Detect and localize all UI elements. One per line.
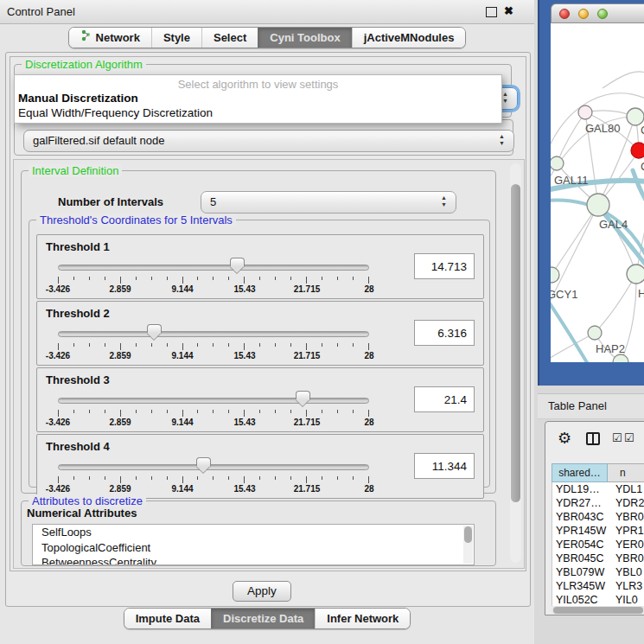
threshold-3-value-field[interactable]: 21.4 <box>414 386 475 412</box>
slider-thumb[interactable] <box>296 391 310 408</box>
tab-style[interactable]: Style <box>151 28 201 48</box>
split-columns-icon[interactable] <box>586 432 600 445</box>
network-node-selected-red[interactable] <box>631 143 644 158</box>
list-item[interactable]: TopologicalCoefficient <box>33 540 474 556</box>
threshold-4-value-field[interactable]: 11.344 <box>414 453 475 479</box>
table-row[interactable]: YBL079WYBL0 <box>552 565 644 579</box>
node-label-gal80: GAL80 <box>585 122 620 135</box>
network-view-window: GAL80 G C GAL11 GAL4 GCY1 H HAP2 <box>538 0 644 386</box>
slider-axis-labels: -3.426 2.859 9.144 15.43 21.715 28 <box>58 418 369 429</box>
threshold-1-value-field[interactable]: 14.713 <box>414 253 475 279</box>
slider-track[interactable] <box>58 464 369 470</box>
table-panel-titlebar: Table Panel <box>538 393 644 419</box>
float-window-icon[interactable] <box>486 7 497 17</box>
table-row[interactable]: YER054CYER0 <box>552 538 644 552</box>
table-row[interactable]: YBR045CYBR0 <box>552 552 644 565</box>
node-label-gal4: GAL4 <box>599 218 628 231</box>
table-data-combo[interactable]: galFiltered.sif default node ▲▼ <box>23 130 514 152</box>
slider-track[interactable] <box>58 398 369 404</box>
list-item[interactable]: BetweennessCentrality <box>33 555 474 565</box>
slider-track[interactable] <box>58 265 369 271</box>
table-horizontal-scrollbar-thumb[interactable] <box>553 607 643 614</box>
slider-axis-labels: -3.426 2.859 9.144 15.43 21.715 28 <box>58 284 369 296</box>
threshold-3-slider[interactable] <box>58 391 369 410</box>
table-panel-window: ⚙ ☑ ☑ shared… n YDL19…YDL1 YDR27…YDR2 YB… <box>545 421 644 615</box>
threshold-2-label: Threshold 2 <box>46 307 110 320</box>
tab-jactivemnodules[interactable]: jActiveMNodules <box>352 28 466 48</box>
discretize-settings-panel: Discretization Algorithm ▲▼ Select algor… <box>10 56 526 571</box>
screenshot-root: Control Panel ✖ Network Style Select Cyn… <box>0 0 644 644</box>
apply-button[interactable]: Apply <box>233 581 291 602</box>
network-node[interactable] <box>613 354 628 362</box>
network-node[interactable] <box>587 194 609 216</box>
thresholds-group-title: Threshold's Coordinates for 5 Intervals <box>36 214 236 226</box>
numerical-attributes-list[interactable]: SelfLoops TopologicalCoefficient Between… <box>32 524 475 565</box>
tab-select[interactable]: Select <box>201 28 258 48</box>
settings-scrollbar-thumb[interactable] <box>511 184 520 502</box>
tab-cyni-toolbox[interactable]: Cyni Toolbox <box>258 28 351 48</box>
column-header-name[interactable]: n <box>608 463 644 482</box>
list-item[interactable]: SelfLoops <box>33 525 474 540</box>
threshold-4-panel: Threshold 4 -3.426 2.859 9.144 <box>36 434 484 499</box>
threshold-1-slider[interactable] <box>58 258 369 277</box>
tab-impute-data[interactable]: Impute Data <box>124 609 211 628</box>
slider-ticks <box>58 343 369 351</box>
checked-checkbox-icon[interactable]: ☑ <box>624 431 634 444</box>
column-header-shared[interactable]: shared… <box>552 463 608 482</box>
table-horizontal-scrollbar[interactable] <box>552 606 644 615</box>
threshold-2-value-field[interactable]: 6.316 <box>414 320 475 346</box>
attributes-scrollbar-thumb[interactable] <box>464 526 472 543</box>
interval-definition-group: Interval Definition Number of Intervals … <box>21 170 496 494</box>
network-node[interactable] <box>578 105 592 119</box>
table-row[interactable]: YBR043CYBR0 <box>552 510 644 524</box>
tab-network-label: Network <box>96 28 140 48</box>
threshold-1-panel: Threshold 1 -3.426 2.859 9.144 <box>36 234 484 299</box>
tab-infer-network[interactable]: Infer Network <box>315 609 410 628</box>
slider-thumb[interactable] <box>147 324 162 341</box>
threshold-3-label: Threshold 3 <box>46 373 110 386</box>
table-row[interactable]: YLR345WYLR3 <box>552 579 644 593</box>
slider-track[interactable] <box>58 331 369 337</box>
close-icon[interactable]: ✖ <box>504 4 513 17</box>
network-node[interactable] <box>551 267 559 283</box>
minimize-traffic-light-icon[interactable] <box>578 9 589 19</box>
network-canvas[interactable]: GAL80 G C GAL11 GAL4 GCY1 H HAP2 <box>551 23 644 362</box>
zoom-traffic-light-icon[interactable] <box>597 9 608 19</box>
algorithm-placeholder-option[interactable]: Select algorithm to view settings <box>15 78 501 91</box>
network-node[interactable] <box>588 326 602 340</box>
slider-ticks <box>58 476 369 484</box>
table-data-combo-value: galFiltered.sif default node <box>33 134 164 147</box>
algorithm-option-equal-width[interactable]: Equal Width/Frequency Discretization <box>18 106 213 119</box>
threshold-2-slider[interactable] <box>58 324 369 343</box>
table-header-row: shared… n <box>552 463 644 482</box>
network-window-titlebar[interactable] <box>551 3 644 23</box>
table-row[interactable]: YIL052CYIL0 <box>552 593 644 606</box>
algorithm-option-manual[interactable]: Manual Discretization <box>18 92 138 105</box>
table-row[interactable]: YDL19…YDL1 <box>552 482 644 496</box>
number-of-intervals-combo[interactable]: 5 ▲▼ <box>201 191 456 214</box>
close-traffic-light-icon[interactable] <box>559 9 570 19</box>
tab-network[interactable]: Network <box>69 28 151 48</box>
table-row[interactable]: YPR145WYPR1 <box>552 524 644 538</box>
table-row[interactable]: YDR27…YDR2 <box>552 496 644 510</box>
table-body[interactable]: YDL19…YDL1 YDR27…YDR2 YBR043CYBR0 YPR145… <box>552 482 644 606</box>
control-panel-title: Control Panel <box>7 5 75 18</box>
threshold-4-slider[interactable] <box>58 457 369 476</box>
settings-scrollbar[interactable] <box>510 163 521 563</box>
number-of-intervals-value: 5 <box>210 195 216 208</box>
tab-discretize-data[interactable]: Discretize Data <box>211 609 315 628</box>
attributes-scrollbar[interactable] <box>463 526 473 564</box>
control-panel-titlebar: Control Panel ✖ <box>0 0 534 24</box>
slider-thumb[interactable] <box>230 258 245 275</box>
network-node[interactable] <box>551 156 564 170</box>
attributes-group: Attributes to discretize Numerical Attri… <box>21 501 496 566</box>
network-node[interactable] <box>627 265 644 284</box>
slider-thumb[interactable] <box>196 457 211 475</box>
checked-checkbox-icon[interactable]: ☑ <box>612 431 622 444</box>
network-graph: GAL80 G C GAL11 GAL4 GCY1 H HAP2 <box>551 23 644 362</box>
threshold-4-label: Threshold 4 <box>46 440 110 453</box>
node-label-partial-c: C <box>641 160 644 173</box>
settings-scroll-pane: Interval Definition Number of Intervals … <box>13 159 525 569</box>
network-node[interactable] <box>627 108 644 125</box>
gear-icon[interactable]: ⚙ <box>558 429 571 448</box>
